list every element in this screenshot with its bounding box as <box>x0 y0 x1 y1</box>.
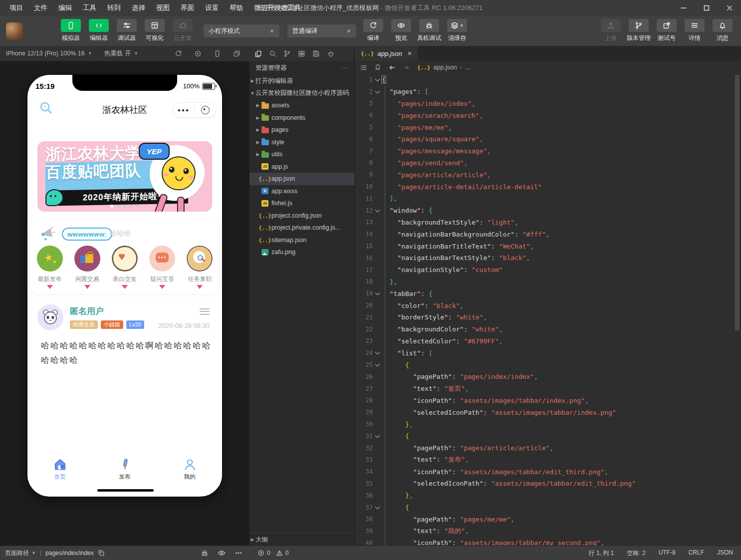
device-select[interactable]: iPhone 12/13 (Pro) 100% 16▼ <box>0 50 98 57</box>
tree-item-app.json[interactable]: {..}app.json <box>249 173 354 185</box>
action-预览[interactable]: 预览 <box>389 19 413 42</box>
toggle-编辑器[interactable]: 编辑器 <box>87 19 111 42</box>
category-表白交友[interactable]: ♥表白交友 <box>106 246 143 289</box>
fold-icon[interactable] <box>373 435 382 437</box>
code-editor[interactable]: 1{2 "pages": [3 "pages/index/index",4 "p… <box>355 74 741 546</box>
tab-我的[interactable]: 我的 <box>170 458 210 481</box>
navigate-back-icon[interactable] <box>388 64 396 71</box>
save-icon[interactable] <box>312 50 320 57</box>
close-button[interactable] <box>718 0 741 16</box>
category-闲置交易[interactable]: 闲置交易 <box>68 246 106 289</box>
copy-path-icon[interactable] <box>98 550 105 557</box>
breadcrumb[interactable]: {..} app.json › ... <box>417 64 470 71</box>
menu-item-项目[interactable]: 项目 <box>5 1 27 14</box>
hot-reload-toggle[interactable]: 热重载 开▼ <box>98 49 144 58</box>
maximize-button[interactable] <box>695 0 718 16</box>
action-编译[interactable]: 编译 <box>361 19 385 42</box>
status-CRLF[interactable]: CRLF <box>689 549 704 558</box>
tab-发布[interactable]: 发布 <box>105 458 145 481</box>
publish-测试号[interactable]: 测试号 <box>655 19 679 42</box>
menu-item-帮助[interactable]: 帮助 <box>225 1 247 14</box>
device-icon[interactable] <box>214 50 221 57</box>
carousel-dot[interactable] <box>130 205 133 208</box>
record-icon[interactable] <box>194 50 202 57</box>
tree-item-components[interactable]: ▶components <box>249 112 354 124</box>
compile-select[interactable]: 普通编译▼ <box>287 24 356 37</box>
tree-item-fishei.js[interactable]: JSfishei.js <box>249 197 354 210</box>
tree-item-云开发校园微社区微信小程序源码[interactable]: ▼云开发校园微社区微信小程序源码 <box>249 87 354 100</box>
toggle-调试器[interactable]: 调试器 <box>115 19 139 42</box>
notice-sender-pill[interactable]: wwwwwww: <box>62 228 112 241</box>
status-JSON[interactable]: JSON <box>717 549 733 558</box>
search-icon[interactable] <box>269 50 276 57</box>
tab-app-json[interactable]: {..} app.json × <box>355 46 418 61</box>
menu-item-视图[interactable]: 视图 <box>152 1 174 14</box>
menu-item-设置[interactable]: 设置 <box>201 1 223 14</box>
page-path-label[interactable]: 页面路径 <box>5 549 29 558</box>
fold-icon[interactable] <box>373 364 382 366</box>
fold-icon[interactable] <box>373 507 382 509</box>
minimize-button[interactable] <box>672 0 695 16</box>
user-avatar[interactable] <box>6 22 23 39</box>
carousel-dot[interactable] <box>136 205 139 208</box>
problems-summary[interactable]: 0 0 <box>249 550 288 557</box>
fold-icon[interactable] <box>373 352 382 354</box>
eye-icon[interactable] <box>218 549 226 557</box>
extensions-icon[interactable] <box>298 50 305 57</box>
menu-item-文件[interactable]: 文件 <box>29 1 52 14</box>
notice-text[interactable]: 哈哈哈 <box>110 229 131 238</box>
banner-carousel[interactable]: 浙江农林大学 百度贴吧团队 2020年纳新开始啦~ YEP ✦ ✦ <box>37 141 212 212</box>
menu-item-选择[interactable]: 选择 <box>127 1 150 14</box>
post-username[interactable]: 匿名用户 <box>70 305 104 317</box>
menu-item-界面[interactable]: 界面 <box>176 1 199 14</box>
fold-icon[interactable] <box>373 210 382 212</box>
status--2[interactable]: 空格: 2 <box>627 549 645 558</box>
toggle-可视化[interactable]: 可视化 <box>143 19 167 42</box>
tree-item-utils[interactable]: ▶utils <box>249 148 354 161</box>
toggle-云开发[interactable]: 云开发 <box>171 19 195 42</box>
tree-item-打开的编辑器[interactable]: ▶打开的编辑器 <box>249 75 354 87</box>
carousel-dot[interactable] <box>117 205 120 208</box>
publish-上传[interactable]: 上传 <box>599 19 623 42</box>
post-menu-icon[interactable] <box>200 306 210 316</box>
outline-list-icon[interactable] <box>360 64 367 71</box>
action-真机调试[interactable]: 真机调试 <box>417 19 441 42</box>
tree-item-project.private.config.js...[interactable]: {..}project.private.config.js... <box>249 222 354 234</box>
more-menu-button[interactable]: ●●● <box>173 107 194 113</box>
mode-select[interactable]: 小程序模式▼ <box>204 24 279 37</box>
branch-icon[interactable] <box>283 50 291 57</box>
post-body[interactable]: 哈哈哈哈哈哈哈哈哈哈哈啊哈哈哈哈哈哈哈哈哈哈 <box>41 338 213 367</box>
publish-详情[interactable]: 详情 <box>683 19 707 42</box>
tree-item-app.js[interactable]: JSapp.js <box>249 161 354 173</box>
toggle-模拟器[interactable]: 模拟器 <box>59 19 83 42</box>
tree-item-app.wxss[interactable]: Sapp.wxss <box>249 185 354 198</box>
refresh-icon[interactable] <box>175 50 182 57</box>
carousel-dot[interactable] <box>123 205 126 208</box>
files-icon[interactable] <box>254 50 262 57</box>
fold-icon[interactable] <box>373 79 382 81</box>
menu-item-编辑[interactable]: 编辑 <box>54 1 76 14</box>
outline-section[interactable]: ▶ 大纲 <box>249 533 354 546</box>
category-最新发布[interactable]: ★最新发布 <box>31 246 68 289</box>
category-疑问互答[interactable]: 疑问互答 <box>144 246 181 289</box>
carousel-dot[interactable] <box>110 205 113 208</box>
more-icon[interactable] <box>235 549 243 557</box>
navigate-forward-icon[interactable] <box>403 64 410 71</box>
windows-icon[interactable] <box>233 50 241 57</box>
tree-item-project.config.json[interactable]: {..}project.config.json <box>249 210 354 222</box>
tree-item-zafu.png[interactable]: zafu.png <box>249 246 354 259</box>
tree-item-sitemap.json[interactable]: {..}sitemap.json <box>249 234 354 247</box>
action-清缓存[interactable]: ▼清缓存 <box>445 19 469 42</box>
fold-icon[interactable] <box>373 91 382 93</box>
tree-item-pages[interactable]: ▶pages <box>249 124 354 136</box>
close-tab-icon[interactable]: × <box>408 49 412 57</box>
category-任务兼职[interactable]: 任务兼职 <box>181 246 219 289</box>
bookmark-icon[interactable] <box>374 64 381 71</box>
fold-icon[interactable] <box>373 292 382 294</box>
tree-item-style[interactable]: ▶style <box>249 136 354 149</box>
status-UTF-8[interactable]: UTF-8 <box>659 549 676 558</box>
debug-icon[interactable] <box>201 549 209 557</box>
avatar[interactable] <box>37 304 63 330</box>
tree-item-assets[interactable]: ▶assets <box>249 99 354 112</box>
status--1-1[interactable]: 行 1, 列 1 <box>589 549 614 558</box>
